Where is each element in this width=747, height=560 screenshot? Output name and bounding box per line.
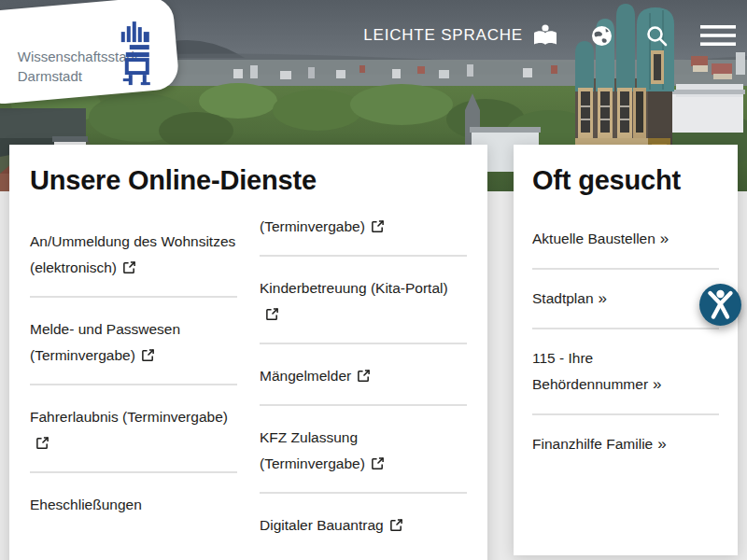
often-searched-title: Oft gesucht xyxy=(532,163,719,197)
service-link[interactable]: Digitaler Bauantrag xyxy=(260,517,403,533)
service-link-label: Melde- und Passwesen (Terminvergabe) xyxy=(30,321,180,363)
city-logo-inner: Wissenschaftsstadt Darmstadt xyxy=(0,4,176,97)
service-list-item: Digitaler Bauantrag xyxy=(260,492,467,553)
service-link[interactable]: Eheschließungen xyxy=(30,497,142,512)
menu-icon[interactable] xyxy=(700,24,736,47)
service-link-label: (Terminvergabe) xyxy=(260,218,365,234)
external-link-icon xyxy=(265,307,279,321)
often-searched-label: Finanzhilfe Familie xyxy=(532,436,653,452)
often-searched-link[interactable]: Stadtplan» xyxy=(532,290,607,306)
online-services-columns: An/Ummeldung des Wohnsitzes (elektronisc… xyxy=(30,210,467,553)
service-list-item: (Terminvergabe) xyxy=(260,195,467,255)
online-services-column-1: An/Ummeldung des Wohnsitzes (elektronisc… xyxy=(30,210,237,553)
service-link-label: Fahrerlaubnis (Terminvergabe) xyxy=(30,409,228,425)
often-searched-item: 115 - Ihre Behördennummer» xyxy=(532,328,719,413)
service-list-item: Melde- und Passwesen (Terminvergabe) xyxy=(30,296,237,384)
service-list-item: KFZ Zulassung (Terminvergabe) xyxy=(260,404,467,492)
search-icon[interactable] xyxy=(645,24,669,48)
service-link[interactable]: An/Ummeldung des Wohnsitzes (elektronisc… xyxy=(30,233,235,275)
often-searched-list: Aktuelle Baustellen» Stadtplan» 115 - Ih… xyxy=(532,210,719,473)
chevron-right-icon: » xyxy=(657,435,666,453)
often-searched-link[interactable]: 115 - Ihre Behördennummer» xyxy=(532,376,698,392)
leichte-sprache-label: LEICHTE SPRACHE xyxy=(363,26,523,45)
service-link[interactable]: Kinderbetreuung (Kita-Portal) xyxy=(260,280,448,322)
service-list-item: Fahrerlaubnis (Terminvergabe) xyxy=(30,384,237,471)
often-searched-item: Stadtplan» xyxy=(532,268,719,328)
service-link-label: KFZ Zulassung (Terminvergabe) xyxy=(260,429,365,471)
city-logo[interactable]: Wissenschaftsstadt Darmstadt xyxy=(0,0,180,105)
service-list-item: An/Ummeldung des Wohnsitzes (elektronisc… xyxy=(30,210,237,296)
service-link-label: Digitaler Bauantrag xyxy=(260,517,384,533)
service-link-label: Kinderbetreuung (Kita-Portal) xyxy=(260,280,448,296)
external-link-icon xyxy=(389,518,403,532)
top-navigation: LEICHTE SPRACHE xyxy=(363,21,736,50)
leichte-sprache-book-icon xyxy=(532,22,558,49)
service-link[interactable]: KFZ Zulassung (Terminvergabe) xyxy=(260,429,385,471)
chevron-right-icon: » xyxy=(599,289,607,307)
often-searched-card: Oft gesucht Aktuelle Baustellen» Stadtpl… xyxy=(514,145,738,555)
often-searched-label: Stadtplan xyxy=(532,290,594,306)
service-link-label: Mängelmelder xyxy=(260,368,351,384)
often-searched-label: 115 - Ihre Behördennummer xyxy=(532,350,648,392)
online-services-column-2: (Terminvergabe) Kinderbetreuung (Kita-Po… xyxy=(260,195,467,553)
service-list-item: Eheschließungen xyxy=(30,471,237,533)
external-link-icon xyxy=(122,260,136,274)
chevron-right-icon: » xyxy=(653,375,661,393)
online-services-title: Unsere Online-Dienste xyxy=(30,163,467,197)
hochzeitsturm-logo-icon xyxy=(119,21,156,88)
service-link[interactable]: (Terminvergabe) xyxy=(260,218,385,234)
leichte-sprache-link[interactable]: LEICHTE SPRACHE xyxy=(363,22,558,49)
service-link[interactable]: Mängelmelder xyxy=(260,368,371,384)
external-link-icon xyxy=(141,348,155,362)
online-services-card: Unsere Online-Dienste An/Ummeldung des W… xyxy=(9,145,487,560)
often-searched-link[interactable]: Finanzhilfe Familie» xyxy=(532,436,667,452)
service-link[interactable]: Fahrerlaubnis (Terminvergabe) xyxy=(30,409,228,451)
service-link-label: Eheschließungen xyxy=(30,497,142,512)
service-list-item: Mängelmelder xyxy=(260,343,467,404)
external-link-icon xyxy=(371,456,385,470)
service-list-item: Kinderbetreuung (Kita-Portal) xyxy=(260,255,467,343)
service-link[interactable]: Melde- und Passwesen (Terminvergabe) xyxy=(30,321,180,363)
accessibility-button[interactable] xyxy=(699,284,741,326)
often-searched-label: Aktuelle Baustellen xyxy=(532,231,655,246)
external-link-icon xyxy=(35,436,49,450)
external-link-icon xyxy=(357,369,371,383)
accessibility-person-icon xyxy=(699,284,741,326)
chevron-right-icon: » xyxy=(660,230,669,247)
often-searched-link[interactable]: Aktuelle Baustellen» xyxy=(532,231,669,246)
globe-icon[interactable] xyxy=(590,24,613,48)
external-link-icon xyxy=(371,219,385,233)
often-searched-item: Finanzhilfe Familie» xyxy=(532,413,719,473)
page: Wissenschaftsstadt Darmstadt xyxy=(0,0,747,560)
often-searched-item: Aktuelle Baustellen» xyxy=(532,210,719,268)
